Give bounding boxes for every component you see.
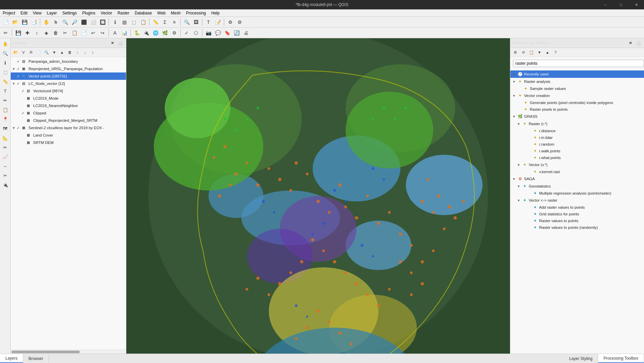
proc-expand-vector_v[interactable]: ▼ xyxy=(517,163,522,167)
menu-item-processing[interactable]: Processing xyxy=(183,9,208,16)
select-button[interactable]: ▧ xyxy=(120,18,129,27)
identify-button[interactable]: ℹ xyxy=(111,18,119,27)
identify-tool[interactable]: ℹ xyxy=(1,58,10,67)
digitize-tool[interactable]: ✏ xyxy=(1,96,10,105)
label-button[interactable]: A xyxy=(111,29,119,37)
close-button[interactable]: ✕ xyxy=(629,0,644,9)
zoom-in-button[interactable]: 🔍 xyxy=(61,18,69,27)
proc-expand-geostatistics[interactable]: ▼ xyxy=(517,185,522,188)
hscroll-thumb[interactable] xyxy=(11,351,80,353)
layer-visibility-7[interactable] xyxy=(119,103,125,109)
processing-toolbox-tab[interactable]: Processing Toolbox xyxy=(598,354,644,363)
proc-expand-saga[interactable]: ▼ xyxy=(512,177,517,181)
proc-expand-button[interactable]: ▼ xyxy=(536,49,543,56)
layer-visibility-9[interactable] xyxy=(119,117,125,123)
adv-digitize-tool[interactable]: ✏ xyxy=(1,143,10,152)
proc-item-raster_vals_pts[interactable]: ✦ Raster values to points xyxy=(524,217,644,224)
proc-results-button[interactable]: 📋 xyxy=(528,49,535,56)
proc-expand-raster_analysis[interactable]: ▼ xyxy=(512,80,517,84)
map-area[interactable] xyxy=(126,38,510,354)
split-tool[interactable]: ✂ xyxy=(1,171,10,180)
filter-layer-button[interactable]: 🔍 xyxy=(43,49,50,56)
layer-check-1[interactable]: ✓ xyxy=(17,59,22,64)
proc-item-r_distance[interactable]: ✦ r.distance xyxy=(524,127,644,134)
proc-group-header-raster_r[interactable]: ▼ ✦ Raster (r.*) xyxy=(515,120,644,127)
georef-tool[interactable]: 🗺 xyxy=(1,124,10,133)
proc-group-header-saga[interactable]: ▼ ⚙ SAGA xyxy=(510,175,644,183)
photo-button[interactable]: 📷 xyxy=(204,29,213,37)
layers-close-button[interactable]: ✕ xyxy=(109,39,116,47)
layer-item-10[interactable]: ▼✓▦Sentinel-2 cloudless layer for 2019 b… xyxy=(11,124,126,132)
menu-item-project[interactable]: Project xyxy=(0,9,18,16)
delete-selected-button[interactable]: 🗑 xyxy=(51,29,60,37)
undo-button[interactable]: ↩ xyxy=(89,29,98,37)
grass-button[interactable]: 🌿 xyxy=(160,29,169,37)
layer-item-1[interactable]: ✓▧Pampanga_admin_boundary xyxy=(11,58,126,65)
proc-group-header-raster_analysis[interactable]: ▼ ✦ Raster analysis xyxy=(510,78,644,85)
move-layer-up-button[interactable]: ↑ xyxy=(74,49,81,56)
saga-button[interactable]: ⚙ xyxy=(170,29,179,37)
measure-button[interactable]: 📏 xyxy=(151,18,160,27)
layer-visibility-6[interactable] xyxy=(119,95,125,101)
map-tips-button[interactable]: 💬 xyxy=(213,29,222,37)
layers-float-button[interactable]: ⬜ xyxy=(117,39,124,47)
remove-layer-button[interactable]: 🗑 xyxy=(66,49,73,56)
move-layer-down-button[interactable]: ↓ xyxy=(81,49,89,56)
add-delimited-button[interactable]: 📄 xyxy=(35,49,43,56)
layer-visibility-10[interactable] xyxy=(119,125,125,131)
topo-check-button[interactable]: ⬡ xyxy=(192,29,200,37)
proc-collapse-button[interactable]: ▲ xyxy=(544,49,551,56)
plugin-tool[interactable]: 🔌 xyxy=(1,180,10,189)
menu-item-view[interactable]: View xyxy=(30,9,44,16)
proc-close-button[interactable]: ✕ xyxy=(627,39,634,47)
proc-group-header-recently_used[interactable]: ▼ 🕐 Recently used xyxy=(510,70,644,78)
layer-check-5[interactable]: ✓ xyxy=(21,89,27,93)
layer-check-10[interactable]: ✓ xyxy=(17,126,22,130)
node-tool-button[interactable]: ◈ xyxy=(42,29,51,37)
redo-button[interactable]: ↪ xyxy=(98,29,107,37)
menu-item-raster[interactable]: Raster xyxy=(115,9,132,16)
move-feature-button[interactable]: ↕ xyxy=(33,29,41,37)
layer-item-8[interactable]: ✓▦Clipped xyxy=(11,109,126,117)
layer-visibility-12[interactable] xyxy=(119,140,125,146)
browser-bottom-tab[interactable]: Browser xyxy=(23,354,49,363)
zoom-full-button[interactable]: ⬛ xyxy=(79,18,88,27)
qgis-server-button[interactable]: 🌐 xyxy=(151,29,160,37)
proc-item-grid_stats[interactable]: ✦ Grid statistics for points xyxy=(524,211,644,217)
reload-button[interactable]: 🔄 xyxy=(232,29,241,37)
layer-item-4[interactable]: ▼✓▧LC_Node_vector [12] xyxy=(11,80,126,87)
proc-group-header-vector_v[interactable]: ▼ ✦ Vector (v.*) xyxy=(515,161,644,168)
map-swipe-tool[interactable]: ↔ xyxy=(1,162,10,170)
save-as-button[interactable]: 📑 xyxy=(29,18,38,27)
proc-item-r_walk_points[interactable]: ✦ r.walk.points xyxy=(524,148,644,154)
bookmarks-button[interactable]: 🔖 xyxy=(223,29,232,37)
pan-tool[interactable]: ✋ xyxy=(1,40,10,48)
proc-item-raster_pixels[interactable]: ✦ Raster pixels to points xyxy=(515,106,644,113)
cad-tool[interactable]: 📐 xyxy=(1,134,10,142)
proc-item-sample_raster[interactable]: ✦ Sample raster values xyxy=(515,85,644,92)
layer-visibility-1[interactable] xyxy=(119,58,125,64)
proc-expand-recently_used[interactable]: ▼ xyxy=(512,72,517,76)
layer-visibility-2[interactable] xyxy=(119,66,125,72)
layer-item-3[interactable]: ✓⁙Vector points [180731] xyxy=(11,72,126,80)
proc-expand-grass[interactable]: ▼ xyxy=(512,115,517,118)
feature-form-tool[interactable]: 📋 xyxy=(1,105,10,114)
menu-item-vector[interactable]: Vector xyxy=(98,9,115,16)
layer-check-2[interactable]: ✓ xyxy=(17,67,22,71)
add-raster-button[interactable]: R xyxy=(27,49,35,56)
layer-visibility-11[interactable] xyxy=(119,132,125,138)
layer-item-11[interactable]: ▦Land Cover xyxy=(11,132,126,139)
proc-expand-vector_creation[interactable]: ▼ xyxy=(512,94,517,98)
proc-group-header-grass[interactable]: ▼ 🌿 GRASS xyxy=(510,113,644,120)
render-button[interactable]: 🖼 xyxy=(192,18,200,27)
open-project-button[interactable]: 📂 xyxy=(11,18,19,27)
zoom-tool[interactable]: 🔍 xyxy=(1,49,10,58)
menu-item-database[interactable]: Database xyxy=(132,9,154,16)
text-annotation-button[interactable]: T xyxy=(204,18,213,27)
proc-help-button[interactable]: ? xyxy=(552,49,559,56)
open-layer-button[interactable]: 📂 xyxy=(12,49,19,56)
cut-features-button[interactable]: ✂ xyxy=(61,29,69,37)
menu-item-help[interactable]: Help xyxy=(209,9,222,16)
new-project-button[interactable]: 📄 xyxy=(1,18,10,27)
layer-expand-4[interactable]: ▼ xyxy=(12,82,17,86)
